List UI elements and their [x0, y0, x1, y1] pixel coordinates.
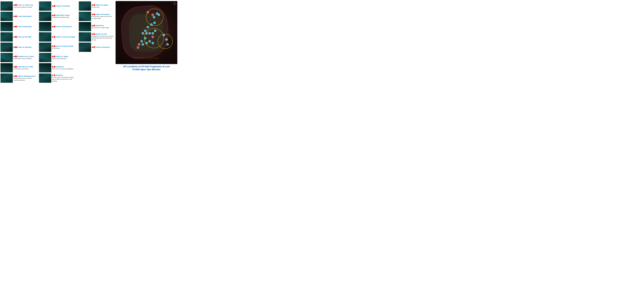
item-description: Ground floor next door 6	[14, 68, 33, 70]
list-item: 2Crate Underwater	[0, 11, 38, 21]
dot-icon	[52, 5, 53, 7]
map-pin[interactable]: 2	[150, 23, 153, 26]
item-title: 7USB Stick on Table	[14, 66, 33, 68]
list-item: 9Crate on Rooftop	[39, 1, 78, 11]
item-title-text: USB on Passport	[96, 13, 110, 15]
map-pin[interactable]: 8	[146, 42, 148, 44]
item-thumbnail	[79, 1, 91, 11]
list-item: 15HarddriveNext room of 14 by the nights…	[39, 63, 78, 73]
item-thumbnail	[39, 32, 51, 41]
item-description: Next room of 14 by the nightstand	[52, 68, 73, 70]
dot-icon	[52, 66, 53, 67]
item-number: 8	[15, 75, 17, 77]
item-number: 4	[15, 36, 17, 38]
item-title-text: Crate in Truck at bridge	[56, 36, 75, 38]
map-pin[interactable]: 0	[152, 32, 154, 34]
map-pin[interactable]: 3	[154, 29, 156, 32]
map-pin[interactable]: 0	[148, 32, 151, 34]
item-thumbnail	[0, 43, 13, 52]
map-pin[interactable]: 1	[148, 40, 151, 42]
map-pin[interactable]: 3	[137, 46, 139, 49]
dot-icon	[92, 25, 93, 26]
item-title-text: Drawer & File	[96, 33, 107, 35]
item-title-text: USB on Laptop	[96, 4, 108, 6]
dot-icon	[14, 47, 15, 48]
item-info: 00000DeskkeyIn same room of 15 there is …	[52, 74, 74, 82]
list-item: 17USB on PassportGround floor same room …	[79, 11, 115, 21]
map-pin[interactable]: 9	[163, 34, 165, 36]
item-title-text: USB on Laptop	[56, 55, 68, 57]
list-item: 1Crate on Tower topLand after jumped fro…	[0, 1, 38, 11]
item-description: Ground floor	[92, 6, 108, 8]
dot-icon	[92, 14, 93, 15]
item-title: 19Harddrive	[92, 24, 109, 27]
map-pin[interactable]: 3	[144, 29, 146, 32]
map-background: vikavba.usiner 4566552130000317568121391…	[116, 1, 177, 64]
item-number: 00000	[54, 74, 56, 76]
item-title-text: Intel on Kithcen Desk	[56, 45, 74, 47]
map-container: vikavba.usiner 4566552130000317568121391…	[116, 1, 177, 64]
item-thumbnail	[79, 43, 91, 52]
item-title: 16USB on Laptop	[92, 4, 108, 6]
item-info: 17USB on PassportGround floor same room …	[92, 13, 114, 19]
list-item: 8USB on BackgammonSecond floor the room …	[0, 73, 38, 83]
list-item: 7USB Stick on TableGround floor next doo…	[0, 63, 38, 73]
map-pin[interactable]: 4	[147, 11, 149, 13]
list-item: 4Crate by the Wall	[0, 32, 38, 42]
item-title: 12Crate in Truck at bridge	[52, 36, 75, 38]
item-info: 8USB on BackgammonSecond floor the room …	[14, 75, 36, 81]
map-pin[interactable]: 11	[165, 38, 168, 41]
map-pin[interactable]: 5	[152, 14, 154, 16]
map-pin[interactable]: c	[166, 43, 169, 45]
item-title: 3Crate Underwater	[14, 26, 32, 28]
dot-icon	[14, 26, 15, 27]
map-pin[interactable]: 5	[158, 14, 160, 16]
map-pin[interactable]: 6	[153, 16, 155, 18]
column-1: 1Crate on Tower topLand after jumped fro…	[0, 1, 38, 83]
list-item: 6Harddrive on CratesGround floor near to…	[0, 52, 38, 62]
item-title: 4Crate by the Wall	[14, 36, 31, 38]
item-title: 11Crate on Rooftop B	[52, 26, 72, 28]
item-title: 15Harddrive	[52, 66, 73, 68]
item-number: 5	[15, 46, 17, 48]
item-title-text: Crate Underwater	[17, 15, 32, 17]
item-title-text: Crate on Rooftop	[17, 46, 32, 48]
item-description: Ground floor near to Window	[14, 58, 34, 59]
item-number: 6	[15, 56, 17, 57]
item-title: 17USB on Passport	[92, 13, 114, 15]
item-title: 00000Deskkey	[52, 74, 74, 76]
map-pin[interactable]: 2	[152, 42, 154, 44]
item-thumbnail	[0, 12, 13, 21]
map-section: vikavba.usiner 4566552130000317568121391…	[115, 1, 178, 83]
item-info: 2Crate Underwater	[14, 15, 32, 17]
item-description: Ground floor use the key we found at 000…	[92, 35, 114, 41]
list-item: 3Crate Underwater	[0, 22, 38, 32]
item-thumbnail	[0, 22, 13, 31]
item-thumbnail	[0, 1, 13, 11]
map-pin[interactable]: 6	[142, 43, 144, 45]
map-pin[interactable]: 1	[152, 36, 154, 38]
item-info: 11Crate on Rooftop B	[52, 26, 72, 28]
item-number: 14	[54, 56, 56, 57]
map-pin[interactable]: 5	[154, 22, 156, 24]
map-pin[interactable]: 1	[138, 43, 140, 45]
dot-icon	[92, 4, 93, 6]
item-thumbnail	[39, 43, 51, 52]
item-title-text: Crate Underwater	[17, 26, 32, 28]
dot-icon	[92, 47, 93, 48]
page-container: 1Crate on Tower topLand after jumped fro…	[0, 0, 200, 84]
item-title: 10USB Radio Table	[52, 14, 70, 16]
map-pin[interactable]: 1	[147, 26, 149, 28]
map-pin[interactable]: 7	[144, 37, 146, 39]
dot-icon	[92, 33, 93, 35]
item-info: 13Intel on Kithcen DeskGround floor	[52, 45, 74, 49]
item-thumbnail	[0, 73, 13, 83]
item-number: 2	[15, 15, 17, 17]
item-description: Second floor on office table	[92, 27, 109, 28]
column-3: 16USB on LaptopGround floor17USB on Pass…	[79, 1, 115, 83]
map-pin[interactable]: 0	[142, 32, 144, 34]
item-info: 4Crate by the Wall	[14, 36, 31, 38]
map-pin[interactable]: 5	[140, 40, 143, 42]
item-thumbnail	[0, 32, 13, 41]
map-pin[interactable]: 0	[146, 32, 148, 34]
